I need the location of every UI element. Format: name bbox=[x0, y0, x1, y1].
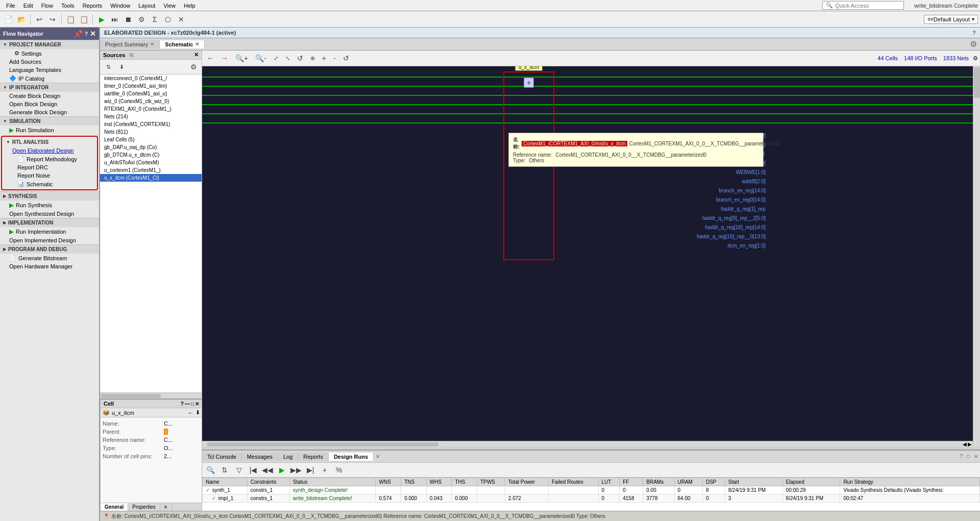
signal-addrb[interactable]: addrB[2:0] bbox=[742, 179, 766, 184]
sch-expand-btn[interactable]: ⊕ bbox=[308, 54, 317, 63]
prog-btn[interactable]: ✕ bbox=[175, 13, 187, 26]
nav-settings[interactable]: ⚙ Settings bbox=[0, 49, 99, 58]
section-program-debug[interactable]: ▶ PROGRAM AND DEBUG bbox=[0, 244, 99, 254]
cell-back-btn[interactable]: ← bbox=[188, 410, 193, 416]
dr-percent-btn[interactable]: % bbox=[333, 464, 345, 476]
nav-run-implementation[interactable]: ▶ Run Implementation bbox=[0, 227, 99, 236]
layout-selector[interactable]: ≡≡ Default Layout ▾ bbox=[924, 15, 978, 24]
dr-play-btn[interactable]: ▶ bbox=[276, 464, 288, 476]
new-project-btn[interactable]: 📄 bbox=[2, 13, 14, 26]
nav-open-synthesized-design[interactable]: Open Synthesized Design bbox=[0, 210, 99, 218]
src-u-cortexm1[interactable]: u_cortexm1 (CortexM1_) bbox=[100, 166, 202, 174]
nav-create-block-design[interactable]: Create Block Design bbox=[0, 92, 99, 100]
step-btn[interactable]: ⏭ bbox=[109, 13, 121, 26]
cell-tab-more[interactable]: ≡ bbox=[160, 503, 172, 511]
sch-gear-icon[interactable]: ⚙ bbox=[973, 55, 978, 62]
flow-nav-close[interactable]: ✕ bbox=[90, 30, 96, 38]
section-ip-integrator[interactable]: ▼ IP INTEGRATOR bbox=[0, 83, 99, 92]
menu-help[interactable]: Help bbox=[180, 2, 200, 10]
menu-reports[interactable]: Reports bbox=[79, 2, 107, 10]
nav-ip-catalog[interactable]: 🔷 IP Catalog bbox=[0, 74, 99, 83]
flow-nav-pin[interactable]: 📌 bbox=[74, 30, 83, 38]
bottom-close[interactable]: ✕ bbox=[972, 453, 980, 460]
open-btn[interactable]: 📂 bbox=[15, 13, 28, 26]
src-expand-btn[interactable]: ⬇ bbox=[115, 61, 128, 73]
dr-filter-btn[interactable]: ▽ bbox=[233, 464, 245, 476]
sch-zoom-in-btn[interactable]: 🔍+ bbox=[233, 53, 251, 64]
src-uartlite[interactable]: uartlite_0 (CortexM1_axi_u) bbox=[100, 90, 202, 97]
src-nets-214[interactable]: Nets (214) bbox=[100, 113, 202, 120]
cell-close[interactable]: ✕ bbox=[195, 401, 199, 407]
sources-close[interactable]: ✕ bbox=[194, 52, 199, 58]
component-expand-btn[interactable]: + bbox=[524, 78, 534, 88]
bottom-tab-log[interactable]: Log bbox=[278, 453, 298, 461]
cell-minimize[interactable]: — bbox=[185, 401, 190, 407]
src-gb-dap[interactable]: gb_DAP.u_swj_dp (Co) bbox=[100, 143, 202, 151]
src-u-x-itcm[interactable]: u_x_itcm (CortexM1_Cl) bbox=[100, 174, 202, 182]
flow-nav-help[interactable]: ? bbox=[85, 31, 88, 37]
table-row[interactable]: ✓ impl_1 constrs_1 write_bitstream Compl… bbox=[203, 494, 980, 503]
sch-fit-btn[interactable]: ⤢ bbox=[271, 54, 281, 63]
dr-next-btn[interactable]: ▶▶ bbox=[290, 464, 302, 476]
sch-forward-btn[interactable]: → bbox=[218, 53, 231, 64]
src-nets-811[interactable]: Nets (811) bbox=[100, 128, 202, 136]
menu-view[interactable]: View bbox=[159, 2, 180, 10]
menu-layout[interactable]: Layout bbox=[134, 2, 159, 10]
stop-btn[interactable]: ⏹ bbox=[122, 13, 134, 26]
elab-help[interactable]: ? bbox=[972, 30, 976, 36]
dr-first-btn[interactable]: |◀ bbox=[247, 464, 259, 476]
sch-reset-btn[interactable]: ↺ bbox=[340, 53, 352, 64]
signal-haddr-q-reg16a[interactable]: haddr_q_reg[16]_rep[14:0] bbox=[705, 225, 766, 230]
nav-generate-block-design[interactable]: Generate Block Design bbox=[0, 108, 99, 116]
signal-itcm-en-reg[interactable]: itcm_en_reg[1:0] bbox=[728, 243, 766, 249]
cell-tab-properties[interactable]: Properties bbox=[128, 503, 160, 511]
bottom-tab-messages[interactable]: Messages bbox=[242, 453, 278, 461]
sch-fit-sel-btn[interactable]: ⤡ bbox=[283, 54, 292, 63]
tab-close-project-summary[interactable]: ✕ bbox=[150, 41, 154, 47]
quick-access-search[interactable]: 🔍 bbox=[822, 1, 904, 10]
nav-open-implemented-design[interactable]: Open Implemented Design bbox=[0, 236, 99, 244]
nav-language-templates[interactable]: Language Templates bbox=[0, 66, 99, 74]
search-input[interactable] bbox=[835, 3, 896, 9]
sch-hscrollbar[interactable]: ◀ ▶ bbox=[202, 441, 973, 447]
dr-add-btn[interactable]: + bbox=[318, 464, 331, 476]
settings-gear-icon[interactable]: ⚙ bbox=[967, 38, 980, 50]
nav-schematic[interactable]: 📊 Schematic bbox=[3, 180, 96, 188]
dr-sort-btn[interactable]: ⇅ bbox=[218, 464, 231, 476]
bit-btn[interactable]: ⬡ bbox=[162, 13, 174, 26]
sch-io-ports[interactable]: 148 I/O Ports bbox=[904, 55, 937, 61]
sch-refresh-btn[interactable]: ↺ bbox=[295, 53, 306, 64]
nav-run-synthesis[interactable]: ▶ Run Synthesis bbox=[0, 201, 99, 210]
sources-scrollbar[interactable] bbox=[100, 392, 202, 399]
nav-report-noise[interactable]: Report Noise bbox=[3, 171, 96, 180]
src-interconnect[interactable]: interconnect_0 (CortexM1_/ bbox=[100, 75, 202, 82]
bottom-help[interactable]: ? bbox=[958, 453, 965, 460]
bottom-tab-design-runs[interactable]: Design Runs bbox=[329, 453, 374, 461]
menu-tools[interactable]: Tools bbox=[57, 2, 79, 10]
synth-btn[interactable]: ⚙ bbox=[135, 13, 148, 26]
signal-branch-ex-reg0[interactable]: branch_ex_reg0[14:0] bbox=[716, 197, 766, 203]
menu-edit[interactable]: Edit bbox=[19, 2, 37, 10]
src-gb-dtcm[interactable]: gb_DTCM.u_x_dtcm (C) bbox=[100, 151, 202, 159]
undo-btn[interactable]: ↩ bbox=[33, 13, 45, 26]
schematic-canvas[interactable]: u_x_itcm + ADDRARDADDR[14:0] ADDRBWRADDR… bbox=[202, 66, 980, 447]
menu-file[interactable]: File bbox=[2, 2, 19, 10]
dr-search-btn[interactable]: 🔍 bbox=[204, 464, 216, 476]
nav-open-hardware-manager[interactable]: Open Hardware Manager bbox=[0, 262, 99, 270]
cell-help[interactable]: ? bbox=[181, 401, 184, 407]
section-synthesis[interactable]: ▶ SYNTHESIS bbox=[0, 191, 99, 201]
sch-nets[interactable]: 1833 Nets bbox=[943, 55, 969, 61]
copy-btn[interactable]: 📋 bbox=[64, 13, 77, 26]
signal-haddr-q-reg1[interactable]: haddr_q_reg[1]_rep bbox=[721, 206, 766, 212]
cell-maximize[interactable]: □ bbox=[191, 401, 194, 407]
nav-open-block-design[interactable]: Open Block Design bbox=[0, 100, 99, 108]
src-settings-btn[interactable]: ⚙ bbox=[187, 61, 200, 73]
src-sort-btn[interactable]: ⇅ bbox=[102, 61, 114, 73]
run-btn[interactable]: ▶ bbox=[95, 13, 108, 26]
bottom-tab-tcl[interactable]: Tcl Console bbox=[202, 453, 242, 461]
sch-plus-btn[interactable]: + bbox=[320, 53, 329, 64]
src-timer[interactable]: timer_0 (CortexM1_axi_tim) bbox=[100, 82, 202, 90]
menu-window[interactable]: Window bbox=[106, 2, 134, 10]
sch-hscroll-thumb[interactable] bbox=[207, 442, 438, 446]
nav-run-simulation[interactable]: ▶ Run Simulation bbox=[0, 126, 99, 135]
